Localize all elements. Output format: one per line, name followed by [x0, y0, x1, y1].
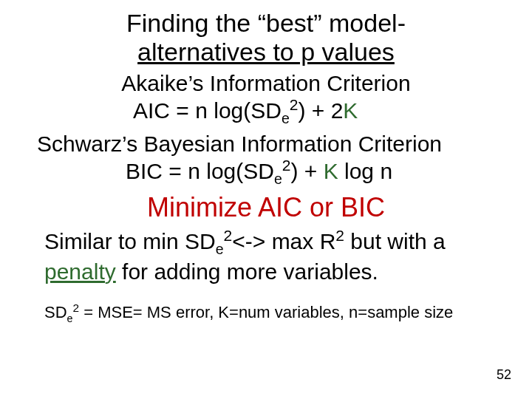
- similar-t4: for adding more variables.: [116, 259, 378, 284]
- similar-sup2: 2: [335, 227, 344, 244]
- similar-t3: but with a: [344, 229, 446, 253]
- bic-mid: ) +: [290, 159, 323, 183]
- similar-sub: e: [216, 241, 224, 257]
- similar-t1: Similar to min SD: [44, 229, 216, 253]
- similar-penalty: penalty: [44, 259, 116, 284]
- similar-sup: 2: [224, 227, 233, 244]
- bic-sub: e: [274, 171, 282, 187]
- title-line1: Finding the “best” model-: [126, 9, 406, 37]
- akaike-heading: Akaike’s Information Criterion: [15, 71, 517, 96]
- bic-formula: BIC = n log(SDe2) + K log n: [15, 157, 517, 188]
- aic-mid: ) + 2: [298, 98, 343, 123]
- aic-K: K: [343, 98, 358, 123]
- similar-paragraph: Similar to min SDe2<-> max R2 but with a…: [44, 226, 510, 284]
- slide-title: Finding the “best” model- alternatives t…: [15, 9, 517, 66]
- fn-b: = MSE= MS error, K=num variables, n=samp…: [79, 303, 453, 321]
- slide: Finding the “best” model- alternatives t…: [0, 0, 532, 399]
- minimize-heading: Minimize AIC or BIC: [15, 192, 517, 223]
- similar-t2: <-> max R: [232, 229, 335, 253]
- aic-formula: AIC = n log(SDe2) + 2K: [15, 96, 517, 127]
- title-line2: alternatives to p values: [137, 38, 395, 66]
- bic-K: K: [324, 159, 338, 183]
- aic-sub: e: [282, 110, 290, 126]
- page-number: 52: [497, 367, 511, 383]
- aic-sup: 2: [290, 96, 299, 113]
- bic-heading: Schwarz’s Bayesian Information Criterion: [37, 132, 517, 157]
- aic-lhs: AIC = n log(SD: [133, 98, 282, 123]
- bic-sup: 2: [282, 157, 291, 174]
- fn-sub: e: [67, 312, 73, 324]
- bic-lhs: BIC = n log(SD: [126, 159, 274, 183]
- footnote: SDe2 = MSE= MS error, K=num variables, n…: [44, 301, 510, 324]
- fn-a: SD: [44, 303, 67, 321]
- bic-tail: log n: [338, 159, 392, 183]
- fn-sup: 2: [73, 301, 80, 314]
